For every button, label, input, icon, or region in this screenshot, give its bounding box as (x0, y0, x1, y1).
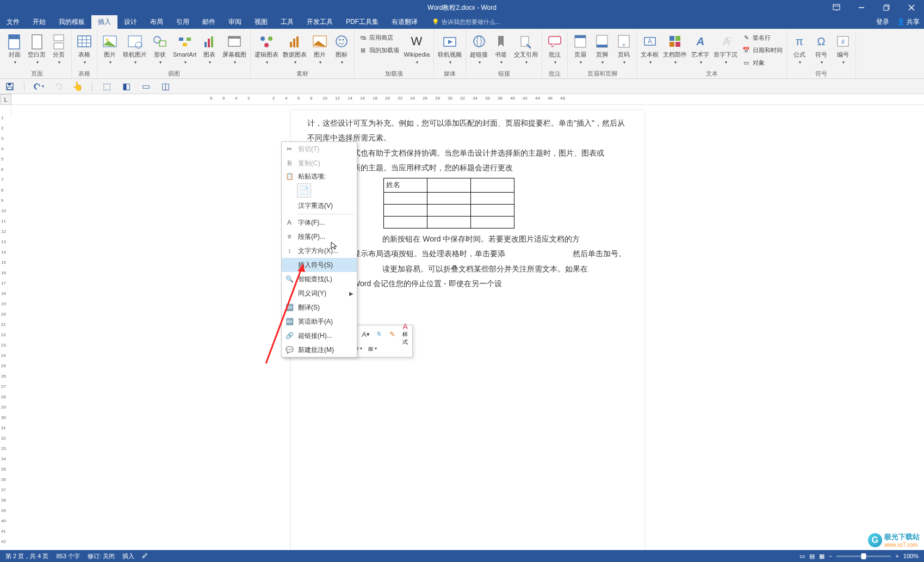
ribbon-small-button[interactable]: 📅日期和时间 (740, 44, 785, 56)
ribbon-button-chart[interactable]: 图表▾ (199, 32, 220, 69)
restore-icon[interactable] (874, 0, 899, 15)
ribbon-button-number[interactable]: #编号▾ (832, 32, 854, 69)
ribbon-button-shapes[interactable]: 形状▾ (149, 32, 171, 69)
save-icon[interactable] (4, 81, 15, 92)
document-area[interactable]: 计，这些设计可互为补充。例如，您可以添加匹配的封面、页眉和提要栏。单击"插入"，… (11, 105, 924, 550)
ribbon-button-wiki[interactable]: WWikipedia▾ (401, 32, 432, 69)
qat-icon-2[interactable]: ◧ (121, 81, 132, 92)
qat-icon-4[interactable]: ◫ (160, 81, 171, 92)
context-menu-item[interactable]: 🔗超链接(H)... (282, 329, 357, 343)
tab-translate[interactable]: 有道翻译 (385, 15, 424, 29)
status-page[interactable]: 第 2 页，共 4 页 (5, 552, 48, 560)
view-web-icon[interactable]: ▦ (819, 553, 824, 560)
status-words[interactable]: 853 个字 (56, 552, 79, 560)
redo-icon[interactable] (53, 81, 64, 92)
ribbon-small-button[interactable]: 🛍应用商店 (356, 32, 401, 44)
tell-me-input[interactable]: 💡 告诉我您想要做什么... (432, 15, 500, 29)
ribbon-button-online-pic[interactable]: 联机图片▾ (121, 32, 149, 69)
styles-icon[interactable]: A (400, 322, 411, 331)
qat-icon-1[interactable]: ⬚ (101, 81, 112, 92)
status-track[interactable]: 修订: 关闭 (88, 552, 115, 560)
zoom-level[interactable]: 100% (903, 553, 919, 559)
ribbon-button-table[interactable]: 表格▾ (73, 32, 95, 69)
tab-devtools[interactable]: 开发工具 (300, 15, 339, 29)
ribbon-button-pagenum[interactable]: #页码▾ (613, 32, 635, 69)
view-read-icon[interactable]: ▭ (799, 553, 805, 560)
ribbon-small-button[interactable]: ✎签名行 (740, 32, 785, 44)
zoom-out-icon[interactable]: − (829, 553, 832, 559)
ribbon-button-break[interactable]: 分页▾ (48, 32, 70, 69)
format-painter-icon[interactable]: ✎ (387, 328, 399, 340)
ribbon-button-logic[interactable]: 逻辑图表▾ (252, 32, 281, 69)
ribbon-button-footer[interactable]: 页脚▾ (591, 32, 613, 69)
tab-file[interactable]: 文件 (0, 15, 26, 29)
tab-design[interactable]: 设计 (117, 15, 144, 29)
table-cell[interactable] (471, 178, 514, 193)
touch-mode-icon[interactable]: 👆 (72, 81, 83, 92)
crossref-icon (517, 33, 535, 50)
tab-view[interactable]: 视图 (248, 15, 274, 29)
tab-references[interactable]: 引用 (170, 15, 196, 29)
view-print-icon[interactable]: ▤ (809, 553, 815, 560)
ribbon-button-symbol[interactable]: Ω符号▾ (810, 32, 832, 69)
ribbon-button-equation[interactable]: π公式▾ (789, 32, 810, 69)
ribbon-options-icon[interactable] (824, 0, 849, 15)
tab-templates[interactable]: 我的模板 (52, 15, 91, 29)
table-cell[interactable]: 姓名 (384, 178, 427, 193)
table-cell[interactable] (427, 178, 471, 193)
ribbon-small-button[interactable]: ▭对象 (740, 57, 785, 69)
ribbon-button-dropcap[interactable]: A首字下沉▾ (711, 32, 740, 69)
context-menu-item[interactable]: 🔤翻译(S) (282, 300, 357, 314)
ribbon-button-screenshot[interactable]: 屏幕截图▾ (220, 32, 249, 69)
phonetic-icon[interactable]: ⺀ (373, 328, 385, 340)
shrink-font-icon[interactable]: A▾ (360, 328, 372, 340)
zoom-slider[interactable] (836, 555, 891, 557)
ribbon-button-parts[interactable]: 文档部件▾ (661, 32, 689, 69)
tab-mailings[interactable]: 邮件 (196, 15, 222, 29)
doc-table[interactable]: 姓名 (383, 178, 514, 228)
context-menu-item[interactable]: ↕文字方向(X)... (282, 244, 357, 258)
numbering-icon[interactable]: ≣▾ (366, 342, 378, 354)
context-menu-item[interactable]: 💬新建批注(M) (282, 343, 357, 357)
ribbon-button-icons[interactable]: 图标▾ (331, 32, 352, 69)
ribbon-button-data-chart[interactable]: 数据图表▾ (281, 32, 309, 69)
status-mode[interactable]: 插入 (122, 552, 134, 560)
context-menu-item[interactable]: ≡段落(P)... (282, 230, 357, 244)
ribbon-button-picture[interactable]: 图片▾ (99, 32, 121, 69)
context-menu-item[interactable]: 🔤英语助手(A) (282, 314, 357, 329)
login-button[interactable]: 登录 (876, 17, 889, 27)
context-menu-item[interactable]: 插入符号(S) (282, 258, 357, 272)
tab-pdf[interactable]: PDF工具集 (339, 15, 385, 29)
tab-review[interactable]: 审阅 (222, 15, 248, 29)
context-menu-item[interactable]: A字体(F)... (282, 215, 357, 230)
tab-layout[interactable]: 布局 (144, 15, 170, 29)
status-lang-icon[interactable]: 🖉 (142, 552, 148, 560)
ribbon-button-smartart[interactable]: SmartArt▾ (171, 32, 199, 69)
ribbon-button-wordart[interactable]: A艺术字▾ (689, 32, 711, 69)
ribbon-button-textbox[interactable]: A文本框▾ (638, 32, 661, 69)
context-menu-item[interactable]: 同义词(Y)▶ (282, 286, 357, 300)
ribbon-button-comment[interactable]: 批注▾ (544, 32, 566, 69)
ribbon-button-blank[interactable]: 空白页▾ (26, 32, 48, 69)
tab-home[interactable]: 开始 (26, 15, 52, 29)
tab-insert[interactable]: 插入 (91, 15, 117, 29)
ribbon-button-video[interactable]: 联机视频▾ (436, 32, 464, 69)
ruler-corner[interactable]: L (0, 94, 11, 105)
ribbon-button-bookmark[interactable]: 书签▾ (490, 32, 512, 69)
context-menu-item[interactable]: 汉字重选(V) (282, 199, 357, 213)
paste-keep-source-icon[interactable]: 📄 (297, 183, 311, 197)
undo-icon[interactable]: ▾ (33, 81, 44, 92)
ribbon-small-button[interactable]: ⊞我的加载项 (356, 44, 401, 56)
minimize-icon[interactable] (849, 0, 874, 15)
close-icon[interactable] (899, 0, 924, 15)
ribbon-button-pic2[interactable]: 图片▾ (309, 32, 331, 69)
zoom-in-icon[interactable]: + (895, 553, 898, 559)
context-menu-item[interactable]: 🔍智能查找(L) (282, 272, 357, 286)
qat-icon-3[interactable]: ▭ (140, 81, 151, 92)
ribbon-button-link[interactable]: 超链接▾ (468, 32, 490, 69)
tab-tools[interactable]: 工具 (274, 15, 300, 29)
share-button[interactable]: 👤 共享 (897, 17, 920, 27)
ribbon-button-crossref[interactable]: 交叉引用▾ (512, 32, 540, 69)
ribbon-button-cover[interactable]: 封面▾ (4, 32, 26, 69)
ribbon-button-header[interactable]: 页眉▾ (569, 32, 591, 69)
